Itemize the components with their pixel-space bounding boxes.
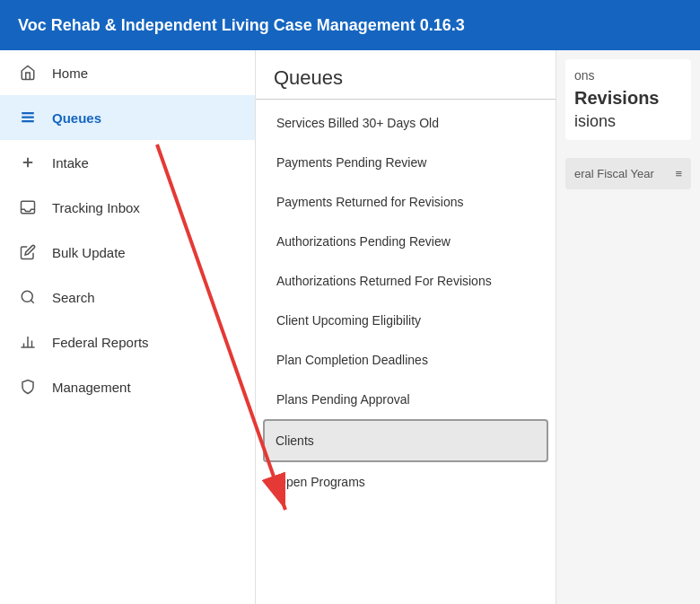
queue-item-plans-pending[interactable]: Plans Pending Approval <box>256 380 556 419</box>
sidebar-item-management[interactable]: Management <box>0 364 255 409</box>
right-panel: ons Revisions isions eral Fiscal Year ≡ <box>556 50 700 604</box>
fiscal-year-label: eral Fiscal Year <box>574 167 654 180</box>
queue-item-open-programs[interactable]: Open Programs <box>256 462 556 502</box>
sidebar-item-home[interactable]: Home <box>0 50 255 95</box>
queue-item-client-eligibility[interactable]: Client Upcoming Eligibility <box>256 301 556 340</box>
svg-rect-1 <box>22 117 34 118</box>
sidebar-item-queues[interactable]: Queues <box>0 95 255 140</box>
sidebar-item-bulk-update-label: Bulk Update <box>52 245 126 260</box>
queue-item-plan-completion[interactable]: Plan Completion Deadlines <box>256 340 556 380</box>
sidebar-item-tracking-inbox-label: Tracking Inbox <box>52 200 140 215</box>
queue-item-clients[interactable]: Clients <box>263 419 548 462</box>
svg-rect-0 <box>22 112 34 114</box>
fiscal-year-icon: ≡ <box>675 167 682 180</box>
edit-icon <box>18 242 38 262</box>
dropdown-title: Queues <box>256 50 556 100</box>
svg-line-7 <box>31 300 33 302</box>
queue-item-services-billed[interactable]: Services Billed 30+ Days Old <box>256 103 556 143</box>
app-header: Voc Rehab & Independent Living Case Mana… <box>0 0 700 50</box>
app-title: Voc Rehab & Independent Living Case Mana… <box>18 16 465 35</box>
queue-item-auth-pending[interactable]: Authorizations Pending Review <box>256 222 556 261</box>
sidebar-item-management-label: Management <box>52 380 131 395</box>
inbox-icon <box>18 197 38 217</box>
right-partial-text-3: isions <box>574 112 682 131</box>
svg-rect-2 <box>22 120 34 122</box>
sidebar-item-intake-label: Intake <box>52 155 89 171</box>
queues-dropdown: Queues Services Billed 30+ Days Old Paym… <box>256 50 556 604</box>
sidebar: Home Queues Intake <box>0 50 256 604</box>
right-partial-text-1: ons <box>574 68 682 83</box>
sidebar-item-tracking-inbox[interactable]: Tracking Inbox <box>0 185 255 230</box>
queues-icon <box>18 108 38 127</box>
queue-item-auth-returned[interactable]: Authorizations Returned For Revisions <box>256 261 556 301</box>
sidebar-item-intake[interactable]: Intake <box>0 140 255 185</box>
search-icon <box>18 287 38 307</box>
right-panel-partial: ons Revisions isions <box>565 59 691 140</box>
sidebar-item-search-label: Search <box>52 290 95 305</box>
svg-point-6 <box>22 291 32 302</box>
sidebar-item-federal-reports-label: Federal Reports <box>52 335 149 350</box>
queue-item-payments-returned[interactable]: Payments Returned for Revisions <box>256 182 556 222</box>
home-icon <box>18 63 38 83</box>
fiscal-year-row: eral Fiscal Year ≡ <box>565 158 691 189</box>
plus-icon <box>18 153 38 172</box>
right-partial-text-2: Revisions <box>574 88 682 109</box>
bar-chart-icon <box>18 332 38 352</box>
sidebar-item-search[interactable]: Search <box>0 275 255 320</box>
shield-icon <box>18 377 38 397</box>
queue-item-payments-pending[interactable]: Payments Pending Review <box>256 143 556 182</box>
sidebar-item-bulk-update[interactable]: Bulk Update <box>0 230 255 275</box>
sidebar-item-queues-label: Queues <box>52 110 101 126</box>
sidebar-item-home-label: Home <box>52 66 88 81</box>
sidebar-item-federal-reports[interactable]: Federal Reports <box>0 320 255 364</box>
